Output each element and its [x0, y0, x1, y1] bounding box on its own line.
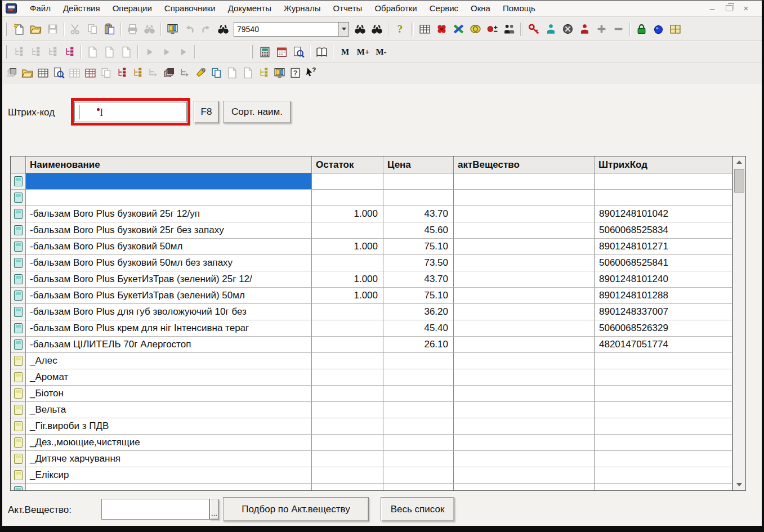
table-row[interactable]: -бальзам Boro Plus БукетИзТрав (зелений)…: [11, 288, 732, 304]
restore-button[interactable]: [726, 5, 732, 11]
menu-references[interactable]: Справочники: [158, 1, 222, 15]
cut-icon[interactable]: [67, 21, 84, 37]
table-row[interactable]: -бальзам Boro Plus бузковий 50мл без зап…: [11, 255, 732, 271]
table-row-group[interactable]: _Дитяче харчування: [11, 451, 732, 467]
table-row[interactable]: -бальзам Boro Plus для губ зволожуючий 1…: [11, 304, 732, 320]
memory-minus-button[interactable]: M-: [372, 47, 390, 57]
new-group-icon[interactable]: [84, 44, 101, 60]
table-row-group[interactable]: _Аромат: [11, 369, 732, 386]
new-document-icon[interactable]: [10, 21, 27, 37]
plus-minus-icon[interactable]: [484, 21, 501, 37]
header-barcode[interactable]: ШтрихКод: [595, 157, 732, 173]
menu-help[interactable]: Помощь: [497, 1, 542, 15]
rows-transfer-icon[interactable]: [114, 65, 129, 81]
menu-windows[interactable]: Окна: [464, 1, 497, 15]
menu-actions[interactable]: Действия: [57, 1, 106, 15]
open-folder-icon[interactable]: [27, 21, 44, 37]
tree-color-icon[interactable]: [256, 65, 271, 81]
redo-icon[interactable]: [198, 21, 215, 37]
table-row[interactable]: -бальзам Boro Plus бузковий 25г 12/уп 1.…: [11, 206, 732, 222]
menu-operations[interactable]: Операции: [106, 1, 158, 15]
exchange-icon[interactable]: [450, 21, 467, 37]
barcode-input[interactable]: [75, 102, 186, 122]
lock-icon[interactable]: [633, 21, 650, 37]
table-view-icon[interactable]: [164, 21, 181, 37]
reference-table-icon[interactable]: [416, 21, 433, 37]
calendar-icon[interactable]: [273, 44, 290, 60]
table-row[interactable]: [11, 173, 732, 190]
active-substance-input[interactable]: [102, 499, 209, 519]
help-icon[interactable]: [391, 21, 408, 37]
play-step-icon[interactable]: [158, 44, 175, 60]
play-doc-icon[interactable]: [175, 44, 191, 60]
table-row[interactable]: -бальзам Boro Plus бузковий 50мл 1.000 7…: [11, 239, 732, 255]
operations-icon[interactable]: [433, 21, 450, 37]
context-help-icon[interactable]: [303, 65, 319, 81]
table-row-group[interactable]: _Гіг.вироби з ПДВ: [11, 418, 732, 435]
menu-journals[interactable]: Журналы: [278, 1, 327, 15]
save-icon[interactable]: [44, 21, 61, 37]
indent-tree-icon[interactable]: [145, 65, 161, 81]
scroll-up-icon[interactable]: [733, 157, 745, 168]
menu-documents[interactable]: Документы: [222, 1, 278, 15]
memory-m-button[interactable]: M: [336, 47, 354, 57]
archive-icon[interactable]: [3, 65, 19, 81]
table-row[interactable]: [11, 484, 732, 491]
user-exit-icon[interactable]: [576, 21, 593, 37]
folder-closed-icon[interactable]: [19, 65, 35, 81]
copy-icon[interactable]: [84, 21, 101, 37]
table-row[interactable]: [11, 190, 732, 206]
add-icon[interactable]: [593, 21, 610, 37]
sort-by-name-button[interactable]: Сорт. наим.: [223, 101, 291, 123]
header-name[interactable]: Наименование: [26, 157, 312, 173]
menu-reports[interactable]: Отчеты: [327, 1, 369, 15]
catalog-icon[interactable]: [667, 21, 683, 37]
help-box-icon[interactable]: [287, 65, 303, 81]
table-row[interactable]: -бальзам ЦІЛИТЕЛЬ 70г Алергостоп 26.10 4…: [11, 337, 732, 353]
toolbar-handle[interactable]: [251, 45, 253, 59]
search-combobox[interactable]: 79540: [234, 22, 349, 37]
calculator-icon[interactable]: [256, 44, 273, 60]
new-element-icon[interactable]: [101, 44, 118, 60]
play-icon[interactable]: [141, 44, 158, 60]
user-search-icon[interactable]: [51, 65, 66, 81]
move-group-icon[interactable]: [61, 44, 78, 60]
table-row[interactable]: -бальзам Boro Plus крем для ніг Інтенсив…: [11, 320, 732, 337]
table-row-group[interactable]: _Вельта: [11, 402, 732, 418]
color-grid-icon[interactable]: [35, 65, 51, 81]
delete-element-icon[interactable]: [118, 44, 135, 60]
stop-icon[interactable]: [559, 21, 576, 37]
paste-icon[interactable]: [101, 21, 118, 37]
print-icon[interactable]: [124, 21, 141, 37]
toolbar-handle[interactable]: [5, 23, 7, 36]
find-previous-icon[interactable]: [368, 21, 385, 37]
pick-by-substance-button[interactable]: Подбор по Акт.веществу: [223, 497, 369, 521]
table-copy-icon[interactable]: [98, 65, 114, 81]
document-icon[interactable]: [224, 65, 240, 81]
users-icon[interactable]: [501, 21, 517, 37]
table-row-group[interactable]: _Алес: [11, 353, 732, 369]
stack-icon[interactable]: [161, 65, 177, 81]
vertical-scrollbar[interactable]: [732, 157, 745, 490]
full-list-button[interactable]: Весь список: [381, 497, 454, 521]
header-price[interactable]: Цена: [383, 157, 454, 173]
find-icon[interactable]: [215, 21, 231, 37]
close-button[interactable]: ×: [741, 3, 750, 13]
menu-service[interactable]: Сервис: [423, 1, 464, 15]
search-doc-icon[interactable]: [290, 44, 307, 60]
chevron-down-icon[interactable]: [338, 23, 349, 36]
copy-docs-icon[interactable]: [208, 65, 224, 81]
table-gray-icon[interactable]: [66, 65, 82, 81]
tools-icon[interactable]: [193, 65, 208, 81]
tree-view-icon[interactable]: [27, 44, 44, 60]
list-structure-icon[interactable]: [10, 44, 27, 60]
branch-arrow-icon[interactable]: [177, 65, 193, 81]
search-value[interactable]: 79540: [234, 25, 338, 34]
find-next-icon[interactable]: [351, 21, 368, 37]
table-row-group[interactable]: _Біотон: [11, 386, 732, 402]
scrollbar-thumb[interactable]: [734, 169, 744, 193]
update-icon[interactable]: [650, 21, 667, 37]
f8-button[interactable]: F8: [194, 101, 219, 123]
print-preview-icon[interactable]: [141, 21, 158, 37]
hierarchy-icon[interactable]: [44, 44, 61, 60]
